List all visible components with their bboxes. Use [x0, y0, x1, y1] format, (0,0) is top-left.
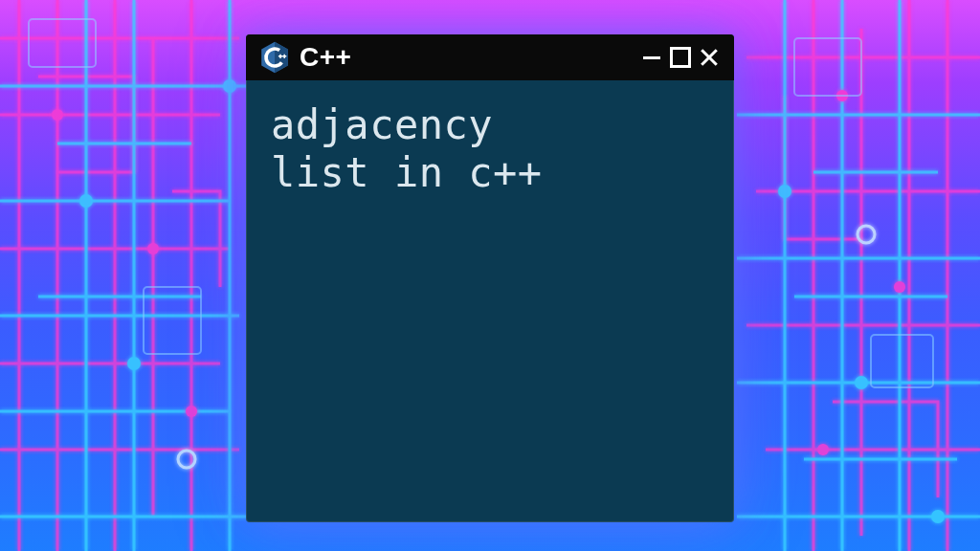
- svg-point-2: [186, 406, 197, 417]
- svg-point-11: [931, 510, 945, 523]
- titlebar[interactable]: C++: [246, 34, 734, 80]
- svg-point-9: [778, 185, 791, 198]
- minimize-icon[interactable]: [640, 46, 663, 69]
- svg-point-1: [147, 243, 159, 254]
- svg-point-5: [817, 444, 829, 455]
- window-body: adjacency list in c++: [246, 80, 734, 522]
- app-title: C++: [300, 42, 631, 73]
- svg-point-6: [79, 194, 93, 208]
- maximize-icon[interactable]: [669, 46, 692, 69]
- svg-point-4: [894, 281, 905, 293]
- svg-point-7: [127, 357, 141, 370]
- svg-point-10: [855, 376, 868, 389]
- close-icon[interactable]: [698, 46, 721, 69]
- svg-rect-16: [794, 38, 861, 96]
- window-controls: [640, 46, 721, 69]
- body-text: adjacency list in c++: [271, 101, 709, 196]
- svg-point-8: [223, 79, 236, 93]
- app-window: C++ adjacency list in c++: [246, 34, 734, 522]
- svg-point-0: [52, 109, 63, 121]
- cpp-logo-icon: [259, 41, 290, 74]
- svg-rect-17: [871, 335, 933, 387]
- svg-marker-19: [275, 42, 288, 73]
